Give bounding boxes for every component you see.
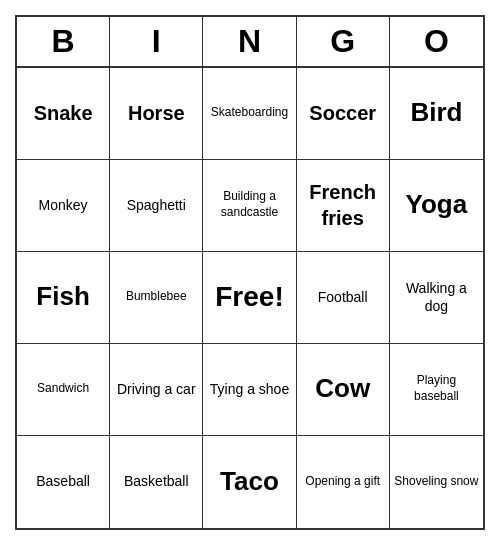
bingo-cell: Bird [390,68,483,160]
bingo-cell: Playing baseball [390,344,483,436]
bingo-grid: SnakeHorseSkateboardingSoccerBirdMonkeyS… [17,68,483,528]
bingo-cell: Shoveling snow [390,436,483,528]
bingo-cell: Monkey [17,160,110,252]
cell-label: Tying a shoe [210,380,289,398]
bingo-cell: Bumblebee [110,252,203,344]
bingo-cell: Sandwich [17,344,110,436]
bingo-cell: Tying a shoe [203,344,296,436]
bingo-cell: Fish [17,252,110,344]
cell-label: Cow [315,372,370,406]
cell-label: Opening a gift [305,474,380,490]
cell-label: Snake [34,100,93,126]
bingo-cell: Baseball [17,436,110,528]
bingo-card: BINGO SnakeHorseSkateboardingSoccerBirdM… [15,15,485,530]
bingo-cell: Free! [203,252,296,344]
header-letter: B [17,17,110,66]
bingo-header: BINGO [17,17,483,68]
bingo-cell: Yoga [390,160,483,252]
bingo-cell: Football [297,252,390,344]
cell-label: Driving a car [117,380,196,398]
cell-label: Walking a dog [394,279,479,315]
cell-label: Bumblebee [126,289,187,305]
bingo-cell: Taco [203,436,296,528]
cell-label: Spaghetti [127,196,186,214]
cell-label: Yoga [406,188,468,222]
bingo-cell: Opening a gift [297,436,390,528]
bingo-cell: Walking a dog [390,252,483,344]
cell-label: Free! [215,279,283,315]
cell-label: Basketball [124,472,189,490]
cell-label: Building a sandcastle [207,189,291,220]
bingo-cell: Snake [17,68,110,160]
cell-label: Shoveling snow [394,474,478,490]
cell-label: Bird [410,96,462,130]
bingo-cell: Spaghetti [110,160,203,252]
bingo-cell: Driving a car [110,344,203,436]
header-letter: O [390,17,483,66]
cell-label: Baseball [36,472,90,490]
cell-label: Taco [220,465,279,499]
cell-label: Fish [36,280,89,314]
header-letter: I [110,17,203,66]
cell-label: French fries [301,179,385,231]
cell-label: Skateboarding [211,105,288,121]
cell-label: Playing baseball [394,373,479,404]
cell-label: Soccer [309,100,376,126]
cell-label: Horse [128,100,185,126]
cell-label: Monkey [39,196,88,214]
bingo-cell: Soccer [297,68,390,160]
header-letter: G [297,17,390,66]
bingo-cell: Skateboarding [203,68,296,160]
bingo-cell: Building a sandcastle [203,160,296,252]
cell-label: Sandwich [37,381,89,397]
bingo-cell: Horse [110,68,203,160]
bingo-cell: Cow [297,344,390,436]
header-letter: N [203,17,296,66]
bingo-cell: Basketball [110,436,203,528]
cell-label: Football [318,288,368,306]
bingo-cell: French fries [297,160,390,252]
